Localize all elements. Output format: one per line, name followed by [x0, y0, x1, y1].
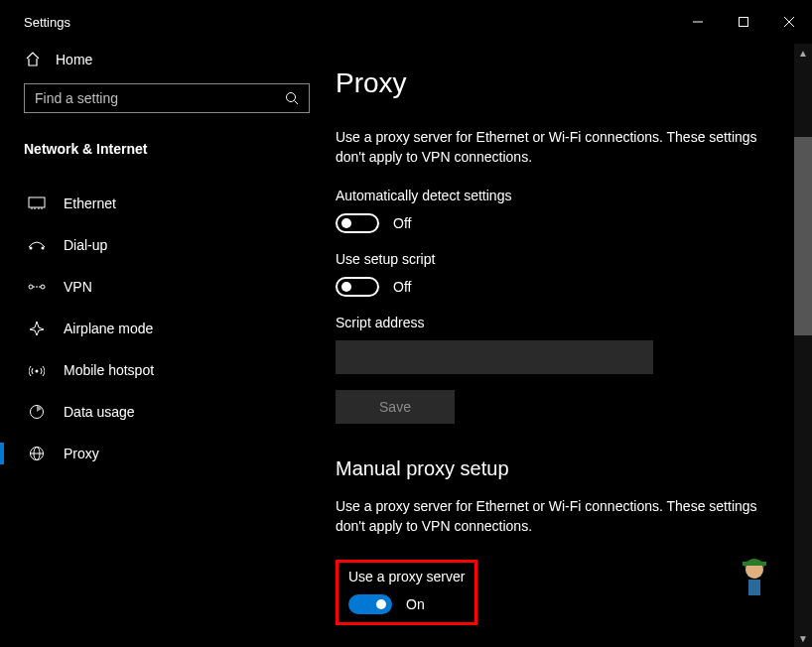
- highlight-box: Use a proxy server On: [336, 560, 477, 625]
- vpn-icon: [28, 281, 46, 293]
- auto-detect-state: Off: [393, 215, 411, 231]
- svg-point-11: [30, 247, 33, 250]
- script-address-input[interactable]: [336, 340, 653, 374]
- sidebar-section-title: Network & Internet: [0, 127, 336, 183]
- scroll-down-icon[interactable]: ▼: [794, 629, 812, 647]
- svg-point-16: [36, 370, 39, 373]
- proxy-description: Use a proxy server for Ethernet or Wi-Fi…: [336, 127, 770, 168]
- sidebar-item-label: Dial-up: [64, 237, 107, 253]
- svg-point-14: [41, 285, 45, 289]
- sidebar-item-label: Proxy: [64, 446, 99, 461]
- sidebar-item-label: VPN: [64, 279, 92, 295]
- home-icon: [24, 52, 42, 67]
- ethernet-icon: [28, 196, 46, 210]
- airplane-icon: [28, 321, 46, 336]
- use-proxy-toggle[interactable]: [348, 594, 392, 614]
- svg-rect-6: [29, 197, 45, 207]
- minimize-button[interactable]: [675, 0, 721, 44]
- sidebar-item-vpn[interactable]: VPN: [0, 266, 336, 308]
- manual-proxy-description: Use a proxy server for Ethernet or Wi-Fi…: [336, 496, 770, 537]
- svg-line-5: [295, 101, 299, 105]
- search-input[interactable]: [35, 90, 285, 106]
- scroll-up-icon[interactable]: ▲: [794, 44, 812, 62]
- avatar-graphic: [737, 554, 772, 597]
- sidebar-item-label: Ethernet: [64, 195, 116, 211]
- setup-script-toggle[interactable]: [336, 277, 379, 297]
- svg-point-4: [287, 93, 296, 102]
- sidebar-item-proxy[interactable]: Proxy: [0, 433, 336, 474]
- hotspot-icon: [28, 363, 46, 377]
- sidebar-item-datausage[interactable]: Data usage: [0, 391, 336, 433]
- window-controls: [675, 0, 812, 44]
- datausage-icon: [28, 404, 46, 420]
- script-address-label: Script address: [336, 315, 770, 330]
- svg-rect-1: [740, 18, 748, 27]
- content-pane: Proxy Use a proxy server for Ethernet or…: [336, 44, 812, 647]
- page-title: Proxy: [336, 67, 770, 99]
- sidebar-item-label: Airplane mode: [64, 321, 153, 336]
- save-button[interactable]: Save: [336, 390, 455, 424]
- auto-detect-toggle[interactable]: [336, 213, 379, 233]
- search-icon: [285, 91, 299, 105]
- search-box[interactable]: [24, 83, 310, 113]
- sidebar-item-ethernet[interactable]: Ethernet: [0, 183, 336, 224]
- svg-point-12: [42, 247, 45, 250]
- sidebar: Home Network & Internet Ethernet Dial-up: [0, 44, 336, 647]
- sidebar-item-label: Data usage: [64, 404, 135, 420]
- dialup-icon: [28, 239, 46, 251]
- scroll-thumb[interactable]: [794, 137, 812, 335]
- sidebar-item-dialup[interactable]: Dial-up: [0, 224, 336, 266]
- home-link[interactable]: Home: [0, 44, 336, 81]
- sidebar-item-hotspot[interactable]: Mobile hotspot: [0, 349, 336, 391]
- svg-rect-23: [748, 580, 760, 595]
- auto-detect-label: Automatically detect settings: [336, 188, 770, 203]
- maximize-button[interactable]: [721, 0, 766, 44]
- use-proxy-label: Use a proxy server: [348, 569, 465, 584]
- close-button[interactable]: [766, 0, 812, 44]
- window-title: Settings: [24, 15, 70, 30]
- titlebar: Settings: [0, 0, 812, 44]
- setup-script-label: Use setup script: [336, 251, 770, 267]
- vertical-scrollbar[interactable]: ▲ ▼: [794, 44, 812, 647]
- manual-proxy-heading: Manual proxy setup: [336, 457, 770, 480]
- sidebar-item-airplane[interactable]: Airplane mode: [0, 308, 336, 349]
- home-label: Home: [56, 52, 92, 67]
- setup-script-state: Off: [393, 279, 411, 295]
- use-proxy-state: On: [406, 596, 425, 612]
- svg-point-13: [29, 285, 33, 289]
- svg-rect-22: [743, 562, 766, 566]
- proxy-icon: [28, 446, 46, 461]
- sidebar-item-label: Mobile hotspot: [64, 362, 154, 378]
